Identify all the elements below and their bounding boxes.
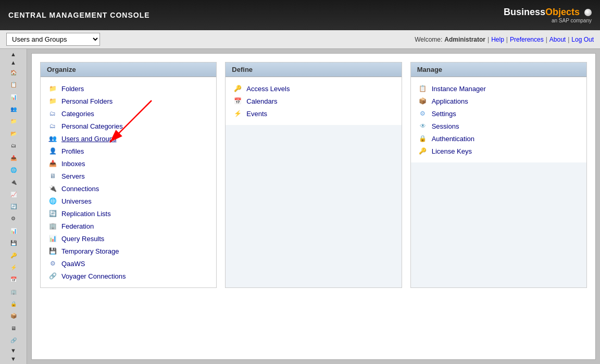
sidebar-category-icon[interactable]: 🗂 xyxy=(5,140,22,151)
define-header: Define xyxy=(226,62,401,77)
menu-federation[interactable]: 🏢 Federation xyxy=(47,220,210,232)
menu-personal-folders[interactable]: 📁 Personal Folders xyxy=(47,95,210,107)
menu-voyager[interactable]: 🔗 Voyager Connections xyxy=(47,270,210,282)
menu-instance-manager[interactable]: 📋 Instance Manager xyxy=(417,82,580,95)
sidebar-calendar-icon[interactable]: 📅 xyxy=(5,274,22,285)
menu-events[interactable]: ⚡ Events xyxy=(232,107,395,120)
menu-inboxes[interactable]: 📥 Inboxes xyxy=(47,157,210,170)
sidebar-key-icon[interactable]: 🔑 xyxy=(5,249,22,260)
sidebar-folder2-icon[interactable]: 📂 xyxy=(5,128,22,139)
menu-connections[interactable]: 🔌 Connections xyxy=(47,182,210,195)
logo-sub: an SAP company xyxy=(552,18,592,23)
sidebar-globe-icon[interactable]: 🌐 xyxy=(5,165,22,175)
content-area: Organize 📁 Folders 📁 Personal Folders 🗂 … xyxy=(31,53,596,360)
authentication-icon: 🔒 xyxy=(418,134,428,143)
logo-main: Business xyxy=(504,7,545,17)
categories-icon: 🗂 xyxy=(48,109,57,118)
menu-authentication[interactable]: 🔒 Authentication xyxy=(417,132,580,145)
sidebar-home-icon[interactable]: 🏠 xyxy=(5,67,22,78)
sidebar-server-icon[interactable]: 🖥 xyxy=(5,323,22,334)
sidebar-trend-icon[interactable]: 📈 xyxy=(5,189,22,199)
menu-qaaws[interactable]: ⚙ QaaWS xyxy=(47,257,210,270)
preferences-link[interactable]: Preferences xyxy=(510,36,544,43)
temporary-storage-icon: 💾 xyxy=(48,247,57,255)
sidebar-chart-icon[interactable]: 📊 xyxy=(5,91,22,102)
personal-categories-icon: 🗂 xyxy=(48,122,57,130)
voyager-icon: 🔗 xyxy=(48,272,57,280)
welcome-prefix: Welcome: xyxy=(415,36,442,43)
help-link[interactable]: Help xyxy=(491,36,504,43)
sidebar-data-icon[interactable]: 📊 xyxy=(5,225,22,236)
folders-icon: 📁 xyxy=(48,84,57,93)
menu-calendars[interactable]: 📅 Calendars xyxy=(232,95,395,107)
scroll-down-arrow2[interactable]: ▼ xyxy=(5,355,22,363)
scroll-down-arrow[interactable]: ▼ xyxy=(5,346,22,355)
menu-folders[interactable]: 📁 Folders xyxy=(47,82,210,95)
logout-link[interactable]: Log Out xyxy=(571,36,594,43)
license-keys-icon: 🔑 xyxy=(418,147,428,155)
calendars-icon: 📅 xyxy=(233,97,242,105)
access-levels-icon: 🔑 xyxy=(233,84,242,93)
organize-header: Organize xyxy=(41,62,216,77)
sidebar-building-icon[interactable]: 🏢 xyxy=(5,286,22,297)
profiles-icon: 👤 xyxy=(48,147,57,155)
menu-applications[interactable]: 📦 Applications xyxy=(417,95,580,107)
sidebar-link-icon[interactable]: 🔗 xyxy=(5,335,22,346)
manage-panel: Manage 📋 Instance Manager 📦 Applications… xyxy=(410,62,587,288)
menu-categories[interactable]: 🗂 Categories xyxy=(47,107,210,120)
sidebar-inbox-icon[interactable]: 📥 xyxy=(5,152,22,163)
sidebar-box-icon[interactable]: 📦 xyxy=(5,310,22,321)
query-results-icon: 📊 xyxy=(48,234,57,243)
define-body: 🔑 Access Levels 📅 Calendars ⚡ Events xyxy=(226,77,401,125)
menu-users-groups[interactable]: 👥 Users and Groups xyxy=(47,132,210,145)
scroll-up-arrow2[interactable]: ▲ xyxy=(5,58,22,67)
sidebar-event-icon[interactable]: ⚡ xyxy=(5,262,22,273)
manage-body: 📋 Instance Manager 📦 Applications ⚙ Sett… xyxy=(411,77,586,162)
menu-profiles[interactable]: 👤 Profiles xyxy=(47,145,210,157)
applications-icon: 📦 xyxy=(418,97,428,105)
settings-icon: ⚙ xyxy=(418,109,428,118)
menu-access-levels[interactable]: 🔑 Access Levels xyxy=(232,82,395,95)
menu-settings[interactable]: ⚙ Settings xyxy=(417,107,580,120)
sidebar-replicate-icon[interactable]: 🔄 xyxy=(5,201,22,212)
manage-header: Manage xyxy=(411,62,586,77)
sidebar-users-icon[interactable]: 👥 xyxy=(5,104,22,115)
organize-panel: Organize 📁 Folders 📁 Personal Folders 🗂 … xyxy=(40,62,217,288)
menu-license-keys[interactable]: 🔑 License Keys xyxy=(417,145,580,157)
scroll-up-arrow[interactable]: ▲ xyxy=(5,50,22,58)
organize-body: 📁 Folders 📁 Personal Folders 🗂 Categorie… xyxy=(41,77,216,287)
sidebar-storage-icon[interactable]: 💾 xyxy=(5,237,22,248)
sidebar-list-icon[interactable]: 📋 xyxy=(5,79,22,90)
sessions-icon: 👁 xyxy=(418,122,428,130)
header: CENTRAL MANAGEMENT CONSOLE BusinessObjec… xyxy=(0,0,600,30)
sidebar-connection-icon[interactable]: 🔌 xyxy=(5,177,22,187)
menu-replication[interactable]: 🔄 Replication Lists xyxy=(47,207,210,220)
replication-icon: 🔄 xyxy=(48,209,57,218)
app-title: CENTRAL MANAGEMENT CONSOLE xyxy=(8,11,150,19)
logo: BusinessObjects an SAP company xyxy=(504,7,592,23)
logo-circle xyxy=(584,9,592,16)
welcome-user: Administrator xyxy=(444,36,485,43)
events-icon: ⚡ xyxy=(233,109,242,118)
sidebar-lock-icon[interactable]: 🔒 xyxy=(5,298,22,309)
qaaws-icon: ⚙ xyxy=(48,259,57,268)
instance-manager-icon: 📋 xyxy=(418,84,428,93)
nav-dropdown[interactable]: Users and Groups Folders Categories Serv… xyxy=(6,33,100,46)
connections-icon: 🔌 xyxy=(48,184,57,193)
personal-folders-icon: 📁 xyxy=(48,97,57,105)
menu-temporary-storage[interactable]: 💾 Temporary Storage xyxy=(47,245,210,257)
users-groups-icon: 👥 xyxy=(48,134,57,143)
menu-sessions[interactable]: 👁 Sessions xyxy=(417,120,580,132)
federation-icon: 🏢 xyxy=(48,222,57,230)
inboxes-icon: 📥 xyxy=(48,159,57,168)
sidebar-gear-icon[interactable]: ⚙ xyxy=(5,213,22,224)
menu-personal-categories[interactable]: 🗂 Personal Categories xyxy=(47,120,210,132)
menu-universes[interactable]: 🌐 Universes xyxy=(47,195,210,207)
logo-accent: Objects xyxy=(545,7,580,17)
universes-icon: 🌐 xyxy=(48,197,57,205)
menu-servers[interactable]: 🖥 Servers xyxy=(47,170,210,182)
sidebar-folder-icon[interactable]: 📁 xyxy=(5,116,22,127)
about-link[interactable]: About xyxy=(549,36,566,43)
menu-query-results[interactable]: 📊 Query Results xyxy=(47,232,210,245)
logo-text: BusinessObjects xyxy=(504,7,592,18)
